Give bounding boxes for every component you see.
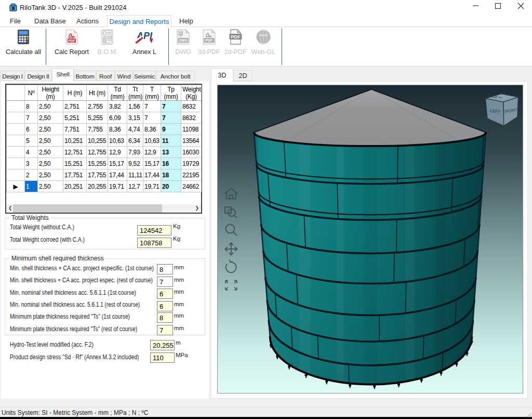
svg-text:PDF: PDF <box>231 34 241 40</box>
svg-text:DWG: DWG <box>179 38 188 42</box>
svg-text:www: www <box>258 33 268 37</box>
svg-text:PDF: PDF <box>69 39 75 43</box>
svg-text:PDF: PDF <box>205 38 213 42</box>
